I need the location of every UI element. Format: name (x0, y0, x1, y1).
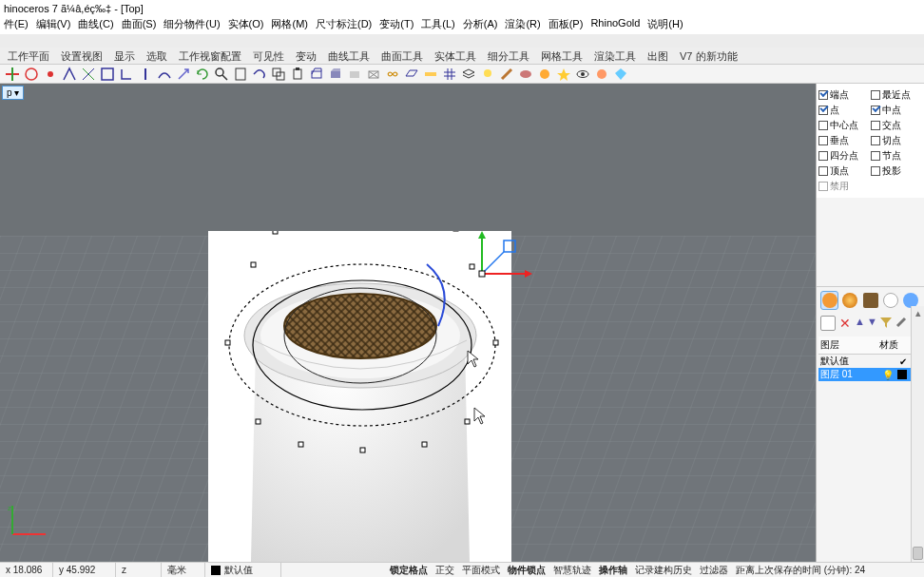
osnap-perp[interactable]: 垂点 (830, 134, 849, 147)
checkbox-icon[interactable] (871, 121, 880, 130)
osnap-tan[interactable]: 切点 (882, 134, 901, 147)
tool-doc-icon[interactable] (232, 66, 249, 83)
checkbox-icon[interactable] (818, 90, 828, 100)
tab-surfacetools[interactable]: 曲面工具 (381, 48, 423, 64)
bulb-icon[interactable]: 💡 (882, 370, 894, 380)
tool-ball-icon[interactable] (593, 66, 610, 83)
layers-tab-icon[interactable] (820, 291, 838, 310)
osnap-near[interactable]: 最近点 (882, 88, 911, 102)
menu-tools[interactable]: 工具(L) (421, 17, 454, 34)
osnap-knot[interactable]: 节点 (882, 149, 901, 163)
tool-cplane-icon[interactable] (4, 66, 21, 83)
menu-surface[interactable]: 曲面(S) (122, 17, 157, 34)
osnap-center[interactable]: 中心点 (830, 119, 858, 132)
layer-row-01[interactable]: 图层 01 💡 (818, 368, 922, 381)
menu-subd[interactable]: 细分物件(U) (164, 17, 220, 34)
checkbox-icon[interactable] (818, 136, 828, 145)
checkbox-icon[interactable] (818, 151, 828, 161)
tool-light-icon[interactable] (479, 66, 496, 83)
checkbox-icon[interactable] (871, 136, 880, 145)
menu-help[interactable]: 说明(H) (647, 17, 683, 34)
tab-subdtools[interactable]: 细分工具 (488, 48, 529, 64)
checkbox-icon[interactable] (818, 182, 828, 191)
tool-layer-icon[interactable] (460, 66, 477, 83)
status-layer[interactable]: 默认值 (205, 563, 281, 577)
tool-brush-icon[interactable] (498, 66, 515, 83)
osnap-point[interactable]: 点 (830, 104, 839, 117)
tool-ghosted-icon[interactable] (346, 66, 363, 83)
osnap-quad[interactable]: 四分点 (830, 149, 858, 163)
scroll-thumb[interactable] (913, 547, 923, 560)
tool-shade-icon[interactable] (327, 66, 344, 83)
tab-curvetools[interactable]: 曲线工具 (328, 48, 370, 64)
layer-color-swatch[interactable] (897, 370, 907, 379)
checkbox-icon[interactable] (818, 166, 828, 176)
down-icon[interactable]: ▼ (867, 316, 877, 331)
viewport-top[interactable]: p ▾ z (0, 84, 816, 562)
delete-layer-icon[interactable]: ✕ (837, 316, 853, 331)
status-grid[interactable]: 锁定格点 (386, 563, 432, 577)
tab-select[interactable]: 选取 (146, 48, 167, 64)
menu-rhinogold[interactable]: RhinoGold (590, 17, 640, 34)
col-layer[interactable]: 图层 (818, 337, 877, 354)
checkbox-icon[interactable] (871, 106, 880, 115)
tool-ruler-icon[interactable] (422, 66, 439, 83)
tab-v7new[interactable]: V7 的新功能 (680, 48, 738, 64)
tool-perp-icon[interactable] (118, 66, 135, 83)
tool-sphere-icon[interactable] (536, 66, 553, 83)
tab-cplane[interactable]: 工作平面 (8, 48, 49, 64)
tool-zoom-icon[interactable] (213, 66, 230, 83)
menu-file[interactable]: 件(E) (4, 17, 29, 34)
tool-3pt-icon[interactable] (61, 66, 78, 83)
checkbox-icon[interactable] (818, 121, 828, 130)
filter-icon[interactable] (879, 316, 893, 331)
tool-xray-icon[interactable] (365, 66, 382, 83)
tool-surface-icon[interactable] (156, 66, 173, 83)
scrollbar[interactable]: ▴ (911, 306, 924, 562)
menu-render[interactable]: 渲染(R) (505, 17, 540, 34)
status-history[interactable]: 记录建构历史 (631, 563, 696, 577)
status-smarttrack[interactable]: 智慧轨迹 (549, 563, 595, 577)
tab-drafting[interactable]: 出图 (647, 48, 668, 64)
menu-edit[interactable]: 编辑(V) (36, 17, 71, 34)
status-gumball[interactable]: 操作轴 (595, 563, 631, 577)
tab-solidtools[interactable]: 实体工具 (434, 48, 476, 64)
tab-transform[interactable]: 变动 (296, 48, 317, 64)
menu-mesh[interactable]: 网格(M) (271, 17, 308, 34)
props-tab-icon[interactable] (881, 291, 899, 310)
status-osnap[interactable]: 物件锁点 (504, 563, 549, 577)
menu-transform[interactable]: 变动(T) (379, 17, 414, 34)
tool-copy-icon[interactable] (270, 66, 287, 83)
tab-viewlayout[interactable]: 工作视窗配置 (179, 48, 241, 64)
status-filter[interactable]: 过滤器 (696, 563, 732, 577)
tool-origin-icon[interactable] (23, 66, 40, 83)
osnap-vert[interactable]: 顶点 (830, 164, 849, 178)
osnap-proj[interactable]: 投影 (882, 164, 901, 178)
menu-analyze[interactable]: 分析(A) (463, 17, 498, 34)
status-planar[interactable]: 平面模式 (458, 563, 504, 577)
tab-setview[interactable]: 设置视图 (61, 48, 103, 64)
up-icon[interactable]: ▲ (855, 316, 865, 331)
new-layer-icon[interactable] (820, 316, 836, 331)
tool-grid-icon[interactable] (441, 66, 458, 83)
tool-square-icon[interactable] (99, 66, 116, 83)
tool-vert-icon[interactable] (137, 66, 154, 83)
tab-visibility[interactable]: 可见性 (253, 48, 284, 64)
tool-paint-icon[interactable] (517, 66, 534, 83)
tool-axis-icon[interactable] (80, 66, 97, 83)
checkbox-icon[interactable] (871, 151, 880, 161)
menu-dimension[interactable]: 尺寸标注(D) (316, 17, 372, 34)
checkbox-icon[interactable] (871, 90, 880, 100)
status-ortho[interactable]: 正交 (432, 563, 458, 577)
tool-arrow-icon[interactable] (175, 66, 192, 83)
menu-solid[interactable]: 实体(O) (228, 17, 264, 34)
tool-undo-icon[interactable] (251, 66, 268, 83)
gumball-widget[interactable] (472, 231, 539, 283)
tools-icon[interactable] (895, 316, 908, 331)
tool-wire-icon[interactable] (308, 66, 325, 83)
tool-gem-icon[interactable] (612, 66, 629, 83)
checkbox-icon[interactable] (818, 106, 828, 115)
layer-row-default[interactable]: 默认值 ✔ (818, 355, 922, 368)
tab-rendertools[interactable]: 渲染工具 (594, 48, 636, 64)
menu-panels[interactable]: 面板(P) (549, 17, 584, 34)
